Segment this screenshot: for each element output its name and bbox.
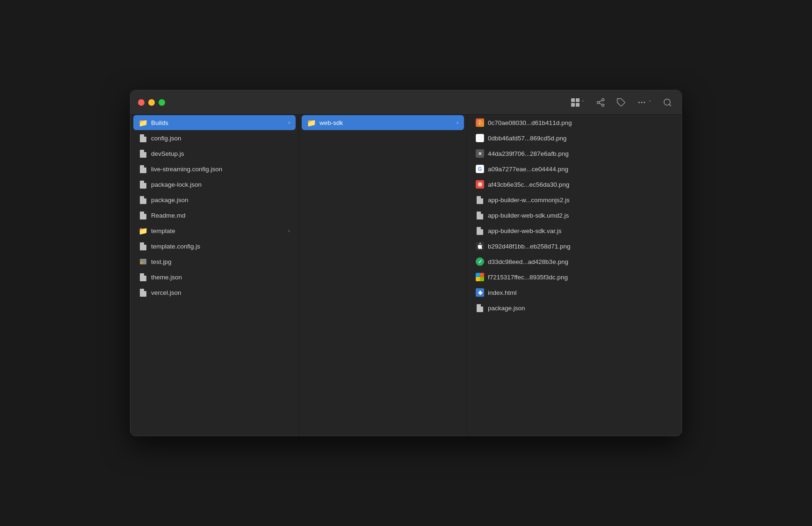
list-item[interactable]: devSetup.js — [133, 146, 296, 161]
file-name-label: Builds — [151, 119, 284, 126]
list-item[interactable]: ✓d33dc98eed...ad428b3e.png — [470, 254, 679, 269]
file-name-label: test.jpg — [151, 258, 290, 265]
file-name-label: vercel.json — [151, 289, 290, 296]
nav-arrows — [174, 101, 188, 104]
chevron-right-icon: › — [457, 119, 458, 126]
more-button[interactable]: ⌃ — [635, 96, 653, 109]
png_ms-icon: ⊞ — [476, 273, 484, 281]
share-button[interactable] — [594, 96, 607, 109]
minimize-button[interactable] — [148, 99, 155, 106]
png_x-icon: ✕ — [476, 149, 484, 158]
list-item[interactable]: Readme.md — [133, 208, 296, 223]
search-icon — [663, 98, 672, 107]
html-icon: ◈ — [476, 288, 484, 297]
list-item[interactable]: b292d48f1bb...eb258d71.png — [470, 239, 679, 254]
file-icon — [139, 165, 147, 173]
file-icon — [476, 304, 484, 312]
content-area: 📁Builds›config.jsondevSetup.jslive-strea… — [130, 115, 682, 436]
file-name-label: package.json — [151, 197, 290, 204]
list-item[interactable]: ✕44da239f706...287e6afb.png — [470, 146, 679, 161]
file-name-label: web-sdk — [319, 119, 453, 126]
file-name-label: index.html — [488, 289, 673, 296]
more-caret-icon: ⌃ — [648, 100, 652, 105]
file-name-label: package-lock.json — [151, 181, 290, 188]
list-item[interactable]: 🎨0c70ae08030...d61b411d.png — [470, 115, 679, 130]
file-icon — [139, 273, 147, 281]
list-item[interactable]: app-builder-web-sdk.var.js — [470, 223, 679, 238]
file-icon — [139, 288, 147, 297]
file-name-label: package.json — [488, 305, 673, 312]
image-icon — [139, 257, 147, 266]
back-button[interactable] — [174, 101, 180, 104]
list-item[interactable]: package-lock.json — [133, 177, 296, 192]
file-name-label: template — [151, 227, 284, 234]
file-name-label: Readme.md — [151, 212, 290, 219]
tag-button[interactable] — [615, 96, 628, 109]
file-icon — [139, 180, 147, 189]
list-item[interactable]: 📁Builds› — [133, 115, 296, 130]
file-name-label: d33dc98eed...ad428b3e.png — [488, 258, 673, 265]
png_color-icon: 🎨 — [476, 118, 484, 127]
list-item[interactable]: app-builder-w...commonjs2.js — [470, 192, 679, 207]
png_white-icon: □ — [476, 134, 484, 142]
file-name-label: b292d48f1bb...eb258d71.png — [488, 243, 673, 250]
folder-icon: 📁 — [139, 226, 147, 235]
png_red-icon: ⊗ — [476, 180, 484, 189]
maximize-button[interactable] — [159, 99, 165, 106]
file-name-label: app-builder-web-sdk.var.js — [488, 227, 673, 234]
list-item[interactable]: □0dbb46afd57...869cd5d.png — [470, 131, 679, 146]
file-name-label: theme.json — [151, 274, 290, 281]
list-item[interactable]: Ga09a7277eae...ce04444.png — [470, 161, 679, 176]
left-pane: 📁Builds›config.jsondevSetup.jslive-strea… — [130, 115, 299, 436]
list-item[interactable]: config.json — [133, 131, 296, 146]
png_check-icon: ✓ — [476, 257, 484, 266]
file-icon — [476, 196, 484, 204]
file-icon — [139, 211, 147, 219]
file-name-label: app-builder-web-sdk.umd2.js — [488, 212, 673, 219]
file-icon — [139, 196, 147, 204]
view-grid-icon — [571, 98, 580, 107]
file-name-label: af43cb6e35c...ec56da30.png — [488, 181, 673, 188]
more-icon — [637, 98, 646, 107]
list-item[interactable]: ⊞f7215317ffec...8935f3dc.png — [470, 270, 679, 285]
search-button[interactable] — [661, 96, 674, 109]
file-icon — [139, 134, 147, 142]
titlebar: ⌃ ⌃ — [130, 90, 682, 115]
tag-icon — [616, 98, 626, 107]
svg-point-2 — [644, 102, 645, 103]
file-name-label: devSetup.js — [151, 150, 290, 157]
list-item[interactable]: package.json — [133, 192, 296, 207]
toolbar-right: ⌃ ⌃ — [569, 96, 674, 109]
list-item[interactable]: 📁template› — [133, 223, 296, 238]
finder-window: ⌃ ⌃ — [130, 90, 682, 436]
list-item[interactable]: package.json — [470, 300, 679, 315]
file-icon — [476, 211, 484, 219]
svg-point-1 — [641, 102, 642, 103]
forward-button[interactable] — [182, 101, 188, 104]
file-name-label: 0dbb46afd57...869cd5d.png — [488, 135, 673, 142]
list-item[interactable]: vercel.json — [133, 285, 296, 300]
list-item[interactable]: template.config.js — [133, 239, 296, 254]
list-item[interactable]: ⊗af43cb6e35c...ec56da30.png — [470, 177, 679, 192]
file-name-label: template.config.js — [151, 243, 290, 250]
file-name-label: app-builder-w...commonjs2.js — [488, 197, 673, 204]
list-item[interactable]: live-streaming.config.json — [133, 161, 296, 176]
file-name-label: 44da239f706...287e6afb.png — [488, 150, 673, 157]
file-name-label: a09a7277eae...ce04444.png — [488, 166, 673, 173]
file-name-label: f7215317ffec...8935f3dc.png — [488, 274, 673, 281]
list-item[interactable]: app-builder-web-sdk.umd2.js — [470, 208, 679, 223]
list-item[interactable]: test.jpg — [133, 254, 296, 269]
folder-icon: 📁 — [307, 118, 316, 127]
svg-point-3 — [638, 102, 639, 103]
chevron-right-icon: › — [288, 119, 290, 126]
view-toggle-button[interactable]: ⌃ — [569, 96, 587, 109]
file-icon — [139, 242, 147, 250]
close-button[interactable] — [138, 99, 145, 106]
chevron-right-icon: › — [288, 227, 290, 234]
mid-pane: 📁web-sdk› — [299, 115, 467, 436]
file-name-label: 0c70ae08030...d61b411d.png — [488, 119, 673, 126]
list-item[interactable]: theme.json — [133, 270, 296, 285]
png_apple-icon — [476, 242, 484, 250]
list-item[interactable]: 📁web-sdk› — [302, 115, 464, 130]
list-item[interactable]: ◈index.html — [470, 285, 679, 300]
